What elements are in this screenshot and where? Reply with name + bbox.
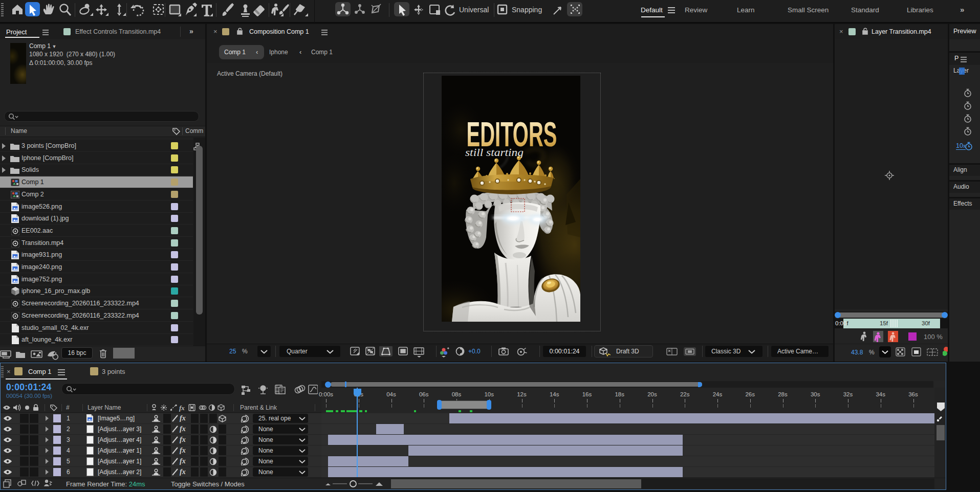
svg-text:Snapping: Snapping: [512, 6, 542, 14]
svg-text:still starting: still starting: [465, 146, 524, 159]
svg-text:fx: fx: [179, 404, 185, 412]
svg-text:Universal: Universal: [459, 6, 489, 14]
